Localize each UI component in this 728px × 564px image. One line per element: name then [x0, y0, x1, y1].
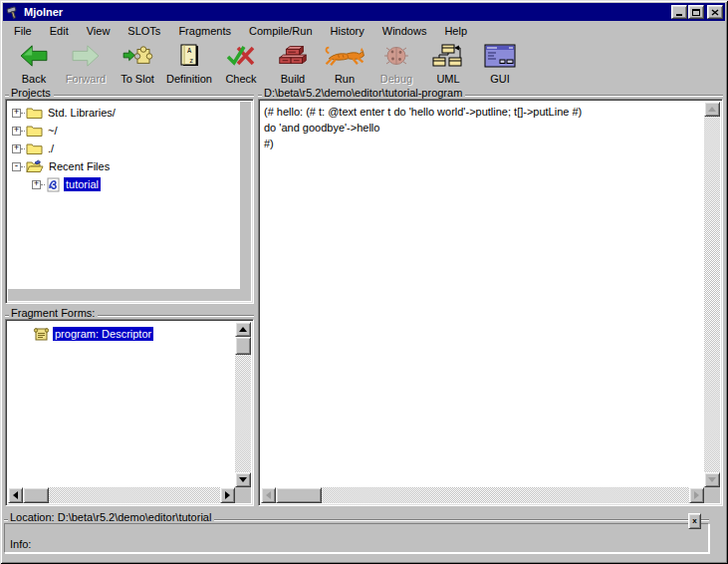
fragment-forms-list[interactable]: program: Descriptor	[8, 322, 234, 486]
toolbar-button-gui[interactable]: GUI	[475, 41, 525, 87]
tree-connector	[41, 184, 45, 185]
menu-item-edit[interactable]: Edit	[41, 23, 78, 39]
toolbar-button-definition[interactable]: AzDefinition	[164, 41, 214, 87]
arrow-left-icon	[13, 491, 18, 499]
status-body: Info:	[4, 523, 709, 553]
minimize-button[interactable]	[671, 5, 687, 19]
menu-item-windows[interactable]: Windows	[373, 23, 436, 39]
scroll-left-button[interactable]	[8, 487, 23, 503]
toolbar-button-label: Build	[281, 73, 305, 85]
definition-icon: Az	[176, 42, 202, 69]
scroll-left-button[interactable]	[261, 487, 276, 503]
tree-expand-toggle[interactable]: +	[32, 180, 41, 189]
close-button[interactable]	[707, 5, 723, 19]
folder-closed-icon	[26, 141, 43, 155]
editor-area[interactable]: (# hello: (# t: @text enter t do 'hello …	[258, 99, 723, 506]
title-bar[interactable]: Mjolner	[3, 3, 725, 21]
scrollbar-corner	[235, 487, 251, 503]
code-line: do 'and goodbye'->hello	[264, 120, 700, 136]
tree-item-[interactable]: +~/	[8, 122, 238, 140]
menu-item-slots[interactable]: SLOTs	[119, 23, 169, 39]
status-close-button[interactable]: x	[688, 513, 701, 529]
vertical-scroll-track[interactable]	[704, 117, 720, 472]
arrow-right-icon	[694, 491, 699, 499]
toolbar-button-to-slot[interactable]: To Slot	[113, 41, 162, 87]
status-header: Location: D:\beta\r5.2\demo\editor\tutor…	[4, 512, 709, 523]
tree-connector	[21, 131, 25, 132]
projects-panel: Projects +Std. Libraries/+~/+./-Recent F…	[5, 88, 254, 304]
vertical-scroll-thumb[interactable]	[235, 337, 251, 355]
toolbar-button-label: To Slot	[121, 73, 154, 85]
tree-expand-toggle[interactable]: +	[12, 109, 21, 118]
app-window: Mjolner FileEditViewSLOTsFragmentsCompil…	[0, 0, 728, 564]
menu-item-view[interactable]: View	[78, 23, 120, 39]
vertical-scroll-track[interactable]	[235, 355, 251, 472]
projects-tree[interactable]: +Std. Libraries/+~/+./-Recent Files+tuto…	[5, 99, 254, 304]
minimize-icon	[676, 14, 682, 16]
toolbar-button-uml[interactable]: UML	[423, 41, 473, 87]
folder-closed-icon	[26, 106, 43, 120]
menu-item-file[interactable]: File	[5, 23, 41, 39]
scroll-right-button[interactable]	[689, 487, 704, 503]
tree-expand-toggle[interactable]: +	[12, 144, 21, 153]
toolbar-button-label: Forward	[66, 73, 106, 85]
tree-item-tutorial[interactable]: +tutorial	[8, 175, 238, 193]
scroll-up-button[interactable]	[235, 322, 251, 337]
maximize-button[interactable]	[688, 5, 704, 19]
tree-expand-toggle[interactable]: +	[12, 127, 21, 136]
horizontal-scroll-track[interactable]	[49, 487, 220, 503]
arrow-down-icon	[708, 477, 716, 482]
fragment-forms-list-area[interactable]: program: Descriptor	[5, 319, 254, 506]
arrow-up-icon	[708, 107, 716, 112]
horizontal-scroll-thumb[interactable]	[276, 487, 322, 503]
toolbar-button-debug[interactable]: Debug	[371, 41, 421, 87]
toolbar: BackForwardTo SlotAzDefinitionCheckBuild…	[3, 40, 725, 87]
toolbar-button-forward[interactable]: Forward	[61, 41, 111, 87]
fragment-forms-label: Fragment Forms:	[9, 308, 98, 319]
menu-item-fragments[interactable]: Fragments	[169, 23, 240, 39]
tree-item-label[interactable]: ./	[46, 141, 56, 155]
horizontal-scroll-track[interactable]	[322, 487, 689, 503]
toolbar-button-label: UML	[436, 73, 459, 85]
tree-item-label[interactable]: tutorial	[64, 177, 101, 191]
editor-horizontal-scrollbar[interactable]	[261, 487, 704, 503]
scroll-down-button[interactable]	[704, 472, 720, 487]
beta-file-icon	[46, 177, 61, 192]
tree-expand-toggle[interactable]: -	[12, 162, 21, 171]
scroll-down-button[interactable]	[235, 472, 251, 487]
hammer-icon	[5, 5, 21, 20]
horizontal-scroll-thumb[interactable]	[23, 487, 49, 503]
tree-item-label[interactable]: ~/	[46, 124, 59, 138]
editor-vertical-scrollbar[interactable]	[704, 102, 720, 487]
menu-item-compile-run[interactable]: Compile/Run	[240, 23, 322, 39]
fragment-form-label[interactable]: program: Descriptor	[53, 327, 153, 341]
fragment-form-item[interactable]: program: Descriptor	[8, 325, 234, 343]
toolbar-button-check[interactable]: Check	[216, 41, 266, 87]
menu-bar: FileEditViewSLOTsFragmentsCompile/RunHis…	[3, 21, 725, 40]
tree-item-label[interactable]: Std. Libraries/	[46, 106, 118, 120]
code-line: (# hello: (# t: @text enter t do 'hello …	[264, 104, 700, 120]
tree-item-label[interactable]: Recent Files	[47, 159, 112, 173]
check-icon	[226, 42, 256, 69]
toolbar-button-label: Run	[335, 73, 355, 85]
window-title: Mjolner	[24, 6, 670, 18]
toolbar-button-build[interactable]: Build	[268, 41, 318, 87]
toolbar-button-label: GUI	[490, 73, 510, 85]
tree-item-std-libraries[interactable]: +Std. Libraries/	[8, 104, 238, 122]
menu-item-help[interactable]: Help	[435, 23, 476, 39]
toolbar-button-run[interactable]: Run	[320, 41, 369, 87]
maximize-icon	[692, 9, 700, 16]
scroll-up-button[interactable]	[704, 102, 720, 117]
tree-item-recent-files[interactable]: -Recent Files	[8, 157, 238, 175]
menu-item-history[interactable]: History	[322, 23, 373, 39]
forward-icon	[70, 42, 102, 69]
status-panel: Location: D:\beta\r5.2\demo\editor\tutor…	[4, 512, 709, 553]
code-editor[interactable]: (# hello: (# t: @text enter t do 'hello …	[261, 102, 703, 486]
toolbar-button-back[interactable]: Back	[9, 41, 59, 87]
projects-header: Projects	[5, 88, 254, 99]
scroll-right-button[interactable]	[220, 487, 235, 503]
tree-item-[interactable]: +./	[8, 140, 238, 157]
projects-tree-list[interactable]: +Std. Libraries/+~/+./-Recent Files+tuto…	[8, 102, 238, 287]
fragment-vertical-scrollbar[interactable]	[235, 322, 251, 487]
fragment-horizontal-scrollbar[interactable]	[8, 487, 235, 503]
